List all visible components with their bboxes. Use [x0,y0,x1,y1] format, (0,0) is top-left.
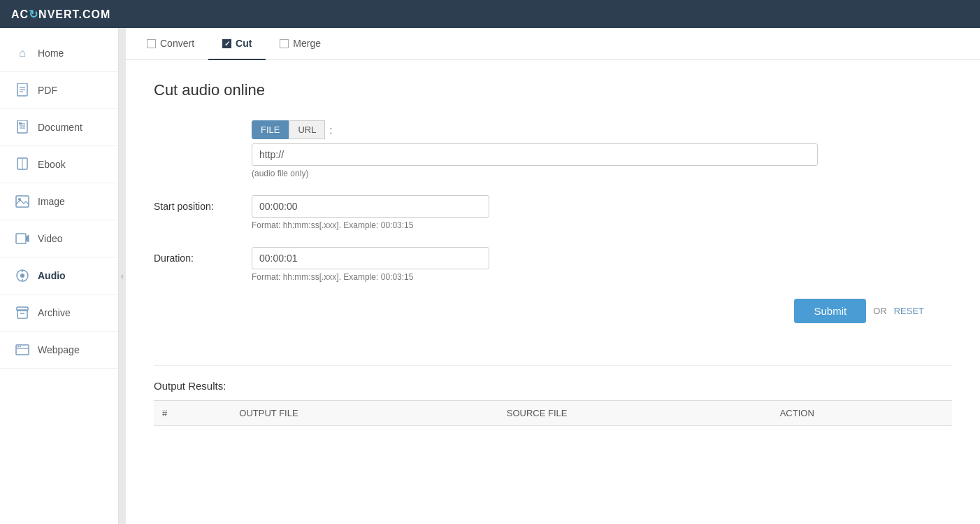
topbar: AC↻NVERT.COM [0,0,980,28]
svg-rect-8 [19,122,22,125]
submit-button[interactable]: Submit [794,299,866,323]
sidebar-item-label: Archive [38,307,71,318]
duration-format-hint: Format: hh:mm:ss[.xxx]. Example: 00:03:1… [252,272,952,282]
url-button[interactable]: URL [289,120,325,139]
tab-bar: Convert ✓ Cut Merge [126,28,980,60]
svg-rect-4 [17,120,27,133]
sidebar: ⌂ Home PDF Document Ebook Image [0,28,119,524]
tab-cut[interactable]: ✓ Cut [208,28,266,60]
file-url-form-label [154,120,252,126]
layout: ⌂ Home PDF Document Ebook Image [0,28,980,524]
col-number: # [154,401,231,426]
start-format-hint: Format: hh:mm:ss[.xxx]. Example: 00:03:1… [252,220,952,230]
document-icon [14,119,31,136]
sidebar-item-ebook[interactable]: Ebook [0,146,118,183]
logo-prefix: AC [11,8,29,20]
results-header-row: # OUTPUT FILE SOURCE FILE ACTION [154,401,952,426]
duration-label: Duration: [154,247,252,264]
image-icon [14,193,31,210]
logo-arrow: ↻ [29,8,38,21]
or-label: OR [873,306,887,316]
sidebar-item-audio[interactable]: Audio [0,257,118,295]
url-input[interactable] [252,143,818,166]
reset-link[interactable]: RESET [894,306,924,316]
sidebar-collapse-handle[interactable]: ‹ [119,28,126,524]
sidebar-item-label: Home [38,48,64,59]
svg-rect-19 [17,307,28,311]
file-url-toggle: FILE URL : [252,120,952,139]
content-area: Cut audio online FILE URL : (audio file … [126,60,980,447]
ebook-icon [14,156,31,173]
file-button[interactable]: FILE [252,120,289,139]
start-position-field: Format: hh:mm:ss[.xxx]. Example: 00:03:1… [252,195,952,230]
col-action: ACTION [772,401,952,426]
submit-row: Submit OR RESET [154,299,952,323]
sidebar-item-image[interactable]: Image [0,183,118,220]
tab-cut-checkbox: ✓ [222,39,231,48]
duration-input[interactable] [252,247,489,269]
svg-rect-13 [16,234,26,243]
sidebar-item-label: Document [38,122,82,133]
svg-rect-18 [17,310,27,318]
page-title: Cut audio online [154,81,952,99]
file-url-field: FILE URL : (audio file only) [252,120,952,178]
file-url-row: FILE URL : (audio file only) [154,120,952,178]
sidebar-item-label: PDF [38,85,57,96]
start-position-label: Start position: [154,195,252,212]
results-table: # OUTPUT FILE SOURCE FILE ACTION [154,400,952,426]
sidebar-item-label: Audio [38,270,66,281]
toggle-colon: : [329,125,332,136]
svg-point-15 [20,274,24,278]
sidebar-item-archive[interactable]: Archive [0,295,118,332]
sidebar-item-video[interactable]: Video [0,220,118,257]
archive-icon [14,304,31,321]
tab-convert[interactable]: Convert [133,28,208,60]
col-source-file: SOURCE FILE [498,401,772,426]
pdf-icon [14,82,31,99]
sidebar-item-webpage[interactable]: Webpage [0,332,118,369]
sidebar-item-label: Image [38,196,65,207]
duration-field: Format: hh:mm:ss[.xxx]. Example: 00:03:1… [252,247,952,282]
tab-convert-label: Convert [160,38,194,49]
main-content: Convert ✓ Cut Merge Cut audio online FIL… [126,28,980,524]
audio-icon [14,267,31,284]
sidebar-item-label: Video [38,233,63,244]
tab-merge-checkbox [280,39,289,48]
start-position-input[interactable] [252,195,489,218]
tab-convert-checkbox [147,39,156,48]
svg-point-23 [17,346,19,348]
svg-point-24 [20,346,21,348]
url-hint: (audio file only) [252,169,952,178]
sidebar-item-pdf[interactable]: PDF [0,72,118,109]
results-table-header: # OUTPUT FILE SOURCE FILE ACTION [154,401,952,426]
sidebar-item-document[interactable]: Document [0,109,118,146]
start-position-row: Start position: Format: hh:mm:ss[.xxx]. … [154,195,952,230]
webpage-icon [14,341,31,358]
sidebar-item-label: Ebook [38,159,66,170]
duration-row: Duration: Format: hh:mm:ss[.xxx]. Exampl… [154,247,952,282]
logo[interactable]: AC↻NVERT.COM [11,8,110,21]
tab-merge[interactable]: Merge [266,28,335,60]
output-title: Output Results: [154,380,952,392]
tab-merge-label: Merge [293,38,321,49]
tab-cut-label: Cut [236,38,252,49]
output-section: Output Results: # OUTPUT FILE SOURCE FIL… [154,365,952,426]
home-icon: ⌂ [14,45,31,62]
svg-rect-11 [16,196,29,207]
col-output-file: OUTPUT FILE [231,401,498,426]
video-icon [14,230,31,247]
sidebar-item-label: Webpage [38,344,80,355]
logo-suffix: NVERT.COM [38,8,110,20]
sidebar-item-home[interactable]: ⌂ Home [0,35,118,72]
